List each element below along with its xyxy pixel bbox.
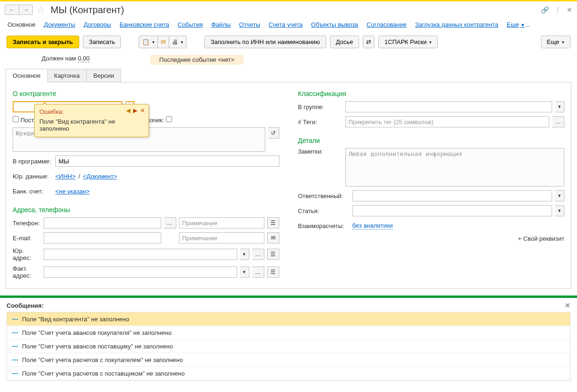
messages-close-icon[interactable]: ✕ bbox=[565, 302, 570, 309]
phone-note-input[interactable] bbox=[179, 217, 264, 229]
paste-button[interactable]: 📋▾ bbox=[139, 36, 158, 48]
nav-tab-more[interactable]: Еще▼ bbox=[507, 21, 530, 28]
article-input[interactable] bbox=[352, 205, 553, 216]
email-label: E-mail: bbox=[13, 235, 41, 242]
fact-addr-list-button[interactable]: ☰ bbox=[267, 266, 279, 278]
phone-more-button[interactable]: … bbox=[164, 217, 176, 229]
settlements-link[interactable]: без аналитики bbox=[352, 222, 393, 229]
about-section-title: О контрагенте bbox=[13, 90, 279, 97]
notes-label: Заметки: bbox=[298, 148, 343, 155]
contacts-section-title: Адреса, телефоны bbox=[13, 206, 279, 214]
favorite-star-icon[interactable]: ☆ bbox=[37, 4, 45, 15]
save-button[interactable]: Записать bbox=[83, 36, 121, 48]
page-title: МЫ (Контрагент) bbox=[51, 5, 124, 15]
nav-tab-documents[interactable]: Документы bbox=[44, 21, 75, 28]
last-event-info: Последнее событие <нет> bbox=[150, 55, 244, 65]
details-section-title: Детали bbox=[298, 137, 565, 144]
tab-main[interactable]: Основное bbox=[6, 69, 48, 82]
save-and-close-button[interactable]: Записать и закрыть bbox=[7, 36, 79, 48]
nav-back-button[interactable]: ← bbox=[5, 5, 19, 15]
tags-input[interactable] bbox=[345, 116, 550, 127]
email-send-button[interactable]: ✉ bbox=[267, 232, 279, 244]
notes-textarea[interactable] bbox=[345, 148, 565, 186]
message-item[interactable]: —Поле "Вид контрагента" не заполнено bbox=[7, 312, 570, 326]
nav-tab-main[interactable]: Основное bbox=[7, 21, 36, 28]
phone-input[interactable] bbox=[44, 217, 161, 229]
nav-tab-events[interactable]: События bbox=[178, 21, 203, 28]
legal-addr-list-button[interactable]: ☰ bbox=[267, 249, 279, 260]
responsible-label: Ответственный: bbox=[298, 192, 350, 200]
message-item[interactable]: —Поле "Счет учета авансов покупателя" не… bbox=[7, 326, 570, 340]
classification-section-title: Классификация bbox=[298, 90, 565, 97]
nav-tab-contracts[interactable]: Договоры bbox=[84, 21, 111, 28]
mail-button[interactable]: ✉ bbox=[158, 36, 169, 48]
settlements-label: Взаиморасчеты: bbox=[298, 222, 350, 229]
error-text: Поле "Вид контрагента" не заполнено bbox=[39, 118, 144, 132]
message-item[interactable]: —Поле "Счет учета авансов поставщику" не… bbox=[7, 340, 570, 353]
nav-tab-files[interactable]: Файлы bbox=[211, 21, 231, 28]
group-dropdown[interactable]: ▼ bbox=[555, 101, 564, 112]
error-next-icon[interactable]: ▶ bbox=[133, 107, 137, 114]
message-dash-icon: — bbox=[12, 370, 18, 377]
message-item[interactable]: —Поле "Счет учета расчетов с покупателем… bbox=[7, 353, 570, 367]
owes-us-info: Должен нам 0,00 bbox=[0, 55, 131, 65]
document-link[interactable]: <Документ> bbox=[83, 173, 117, 180]
article-dropdown[interactable]: ▼ bbox=[555, 205, 564, 216]
message-item[interactable]: —Поле "Счет учета расчетов с поставщиком… bbox=[7, 367, 570, 380]
owes-amount-link[interactable]: 0,00 bbox=[78, 55, 90, 62]
responsible-input[interactable] bbox=[352, 190, 553, 201]
nav-forward-button[interactable]: → bbox=[19, 5, 33, 15]
error-close-icon[interactable]: ✕ bbox=[140, 107, 145, 114]
nav-tab-accounts[interactable]: Счета учета bbox=[269, 21, 303, 28]
error-prev-icon[interactable]: ◀ bbox=[126, 107, 130, 114]
group-input[interactable] bbox=[345, 101, 553, 112]
close-window-icon[interactable]: ✕ bbox=[567, 6, 572, 14]
kebab-menu-icon[interactable]: ⋮ bbox=[555, 6, 561, 14]
add-own-requisite-link[interactable]: + Свой реквизит bbox=[298, 235, 565, 242]
messages-title: Сообщения: bbox=[7, 302, 44, 309]
tags-more-button[interactable]: … bbox=[552, 116, 564, 127]
carrier-checkbox[interactable] bbox=[166, 116, 172, 122]
legal-addr-input[interactable] bbox=[44, 249, 237, 260]
compare-button[interactable]: ⇄ bbox=[363, 36, 375, 48]
email-note-input[interactable] bbox=[179, 232, 264, 244]
phone-list-button[interactable]: ☰ bbox=[267, 217, 279, 229]
message-dash-icon: — bbox=[12, 342, 18, 350]
program-input[interactable] bbox=[55, 155, 279, 167]
tab-versions[interactable]: Версии bbox=[87, 69, 121, 82]
bank-account-link[interactable]: <не указан> bbox=[55, 188, 90, 195]
nav-tab-reports[interactable]: Отчеты bbox=[239, 21, 260, 28]
print-button[interactable]: 🖨▾ bbox=[169, 36, 187, 48]
legal-addr-dropdown[interactable]: ▼ bbox=[240, 249, 249, 260]
responsible-dropdown[interactable]: ▼ bbox=[555, 190, 564, 201]
fact-addr-input[interactable] bbox=[44, 266, 237, 278]
fact-addr-label: Факт. адрес: bbox=[13, 265, 41, 279]
fill-by-inn-button[interactable]: Заполнить по ИНН или наименованию bbox=[204, 36, 326, 48]
nav-tab-bank-accounts[interactable]: Банковские счета bbox=[120, 21, 169, 28]
dossier-button[interactable]: Досье bbox=[330, 36, 360, 48]
fact-addr-more-button[interactable]: … bbox=[252, 266, 264, 278]
link-icon[interactable]: 🔗 bbox=[541, 6, 549, 14]
name-history-button[interactable]: ↺ bbox=[268, 127, 279, 139]
tags-label: # Теги: bbox=[298, 118, 343, 126]
legal-addr-more-button[interactable]: … bbox=[252, 249, 264, 260]
separator-bar bbox=[0, 296, 577, 298]
spark-risks-button[interactable]: 1СПАРК Риски▾ bbox=[378, 36, 438, 48]
email-input[interactable] bbox=[44, 232, 161, 244]
article-label: Статья: bbox=[298, 207, 350, 214]
program-label: В программе: bbox=[13, 158, 52, 165]
message-dash-icon: — bbox=[12, 315, 18, 323]
inn-link[interactable]: <ИНН> bbox=[55, 173, 75, 180]
supplier-checkbox[interactable] bbox=[13, 116, 19, 122]
nav-tab-load-data[interactable]: Загрузка данных контрагента bbox=[415, 21, 498, 28]
nav-tab-export-objects[interactable]: Объекты вывоза bbox=[311, 21, 359, 28]
legal-data-label: Юр. данные: bbox=[13, 173, 52, 180]
message-dash-icon: — bbox=[12, 329, 18, 336]
legal-addr-label: Юр. адрес: bbox=[13, 247, 41, 261]
more-actions-button[interactable]: Еще▾ bbox=[541, 36, 570, 48]
nav-tab-approval[interactable]: Согласование bbox=[367, 21, 406, 28]
fact-addr-dropdown[interactable]: ▼ bbox=[240, 266, 249, 278]
error-popup: ◀ ▶ ✕ Ошибка: Поле "Вид контрагента" не … bbox=[34, 104, 149, 137]
tab-card[interactable]: Карточка bbox=[48, 69, 87, 82]
message-dash-icon: — bbox=[12, 356, 18, 363]
